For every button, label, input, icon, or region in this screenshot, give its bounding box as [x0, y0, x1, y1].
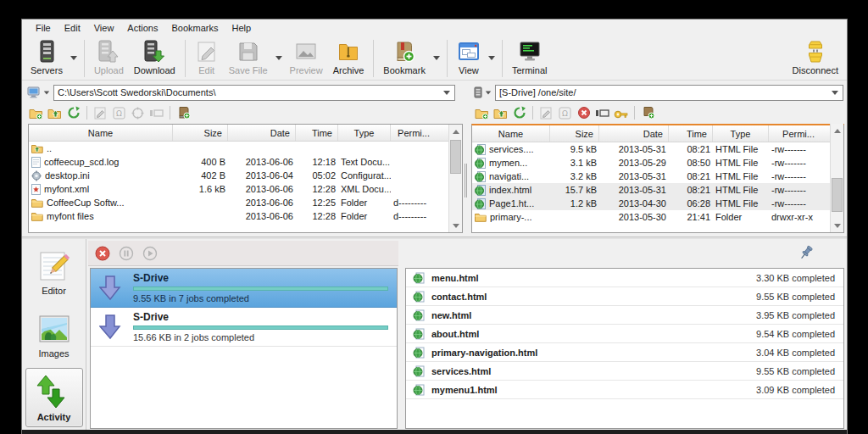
list-item[interactable]: contact.html 9.55 KB completed	[406, 287, 843, 306]
scroll-up-icon[interactable]	[449, 125, 463, 138]
disconnect-button[interactable]: Disconnect	[787, 38, 843, 76]
edit-file-button[interactable]	[93, 106, 108, 120]
list-item[interactable]: services.html 9.55 KB completed	[406, 362, 843, 381]
remote-drive-button[interactable]	[473, 86, 492, 98]
resume-transfer-button[interactable]	[142, 246, 158, 261]
local-list-scrollbar[interactable]	[448, 125, 462, 232]
remote-rename-box-button[interactable]	[595, 106, 609, 120]
remote-refresh-button[interactable]	[512, 106, 526, 120]
local-drive-button[interactable]	[27, 86, 50, 98]
remote-parent-folder-button[interactable]	[493, 106, 508, 120]
scrollbar-thumb[interactable]	[450, 140, 461, 174]
remote-path-combobox[interactable]: [S-Drive] /one/site/	[495, 85, 843, 101]
column-header-time[interactable]: Time	[669, 125, 713, 142]
column-header-perm[interactable]: Permi...	[391, 125, 437, 141]
menu-actions[interactable]: Actions	[120, 20, 164, 36]
download-button[interactable]: Download	[129, 38, 181, 76]
column-header-size[interactable]: Size	[550, 125, 599, 142]
table-row[interactable]: mymen... 3.1 kB 2013-05-29 08:50 HTML Fi…	[472, 156, 830, 170]
scroll-down-icon[interactable]	[449, 219, 463, 232]
sidebar-item-images[interactable]: Images	[25, 305, 83, 364]
list-item[interactable]: about.html 9.54 KB completed	[406, 325, 843, 343]
queue-job[interactable]: S-Drive 15.66 KB in 2 jobs completed	[91, 308, 397, 347]
table-row[interactable]: coffeecup_scd.log 400 B 2013-06-06 12:18…	[29, 155, 448, 169]
sidebar-item-activity[interactable]: Activity	[25, 368, 83, 427]
view-label: View	[459, 65, 479, 75]
scroll-down-icon[interactable]	[831, 219, 844, 232]
table-row[interactable]: index.html 15.7 kB 2013-05-31 08:21 HTML…	[472, 183, 830, 197]
scrollbar-thumb[interactable]	[832, 178, 843, 212]
rename-omega-button[interactable]: Ω	[112, 106, 126, 120]
remote-rename-omega-button[interactable]: Ω	[558, 106, 572, 120]
column-header-name[interactable]: Name	[29, 125, 173, 141]
column-header-name[interactable]: Name	[472, 125, 550, 142]
completed-file-name: mymenu1.html	[431, 385, 749, 395]
html-file-icon	[413, 309, 425, 321]
queue-job[interactable]: S-Drive 9.55 KB in 7 jobs completed	[91, 269, 397, 308]
table-row[interactable]: services.... 9.5 kB 2013-05-31 08:21 HTM…	[472, 142, 830, 156]
html-file-icon	[413, 365, 425, 377]
column-header-perm[interactable]: Permi...	[769, 125, 828, 142]
column-header-date[interactable]: Date	[599, 125, 669, 142]
preview-button[interactable]: Preview	[285, 38, 328, 76]
table-row[interactable]: Page1.ht... 1.2 kB 2013-04-30 06:28 HTML…	[472, 197, 830, 210]
bookmark-button[interactable]: Bookmark	[378, 38, 431, 76]
servers-dropdown[interactable]	[68, 38, 80, 77]
table-row[interactable]: primary-... 2013-05-30 21:41 Folder drwx…	[472, 210, 830, 224]
remote-path-row: [S-Drive] /one/site/	[473, 84, 843, 101]
column-header-type[interactable]: Type	[338, 125, 391, 141]
local-path-combobox[interactable]: C:\Users\Scott Swedorski\Documents\	[53, 85, 455, 101]
column-header-time[interactable]: Time	[296, 125, 338, 141]
list-item[interactable]: mymenu1.html 3.09 KB completed	[406, 381, 843, 399]
pin-icon[interactable]	[798, 245, 814, 260]
table-row[interactable]: navigati... 3.2 kB 2013-05-31 08:21 HTML…	[472, 170, 830, 183]
new-folder-button[interactable]	[29, 106, 43, 120]
table-row[interactable]: desktop.ini 402 B 2013-06-04 05:02 Confi…	[29, 169, 448, 182]
edit-button[interactable]: Edit	[190, 38, 224, 76]
save-file-dropdown[interactable]	[273, 38, 285, 77]
target-button[interactable]	[131, 106, 145, 120]
menu-file[interactable]: File	[29, 20, 58, 36]
view-dropdown[interactable]	[486, 38, 498, 77]
terminal-button[interactable]: Terminal	[507, 38, 553, 76]
list-item[interactable]: menu.html 3.30 KB completed	[406, 269, 843, 287]
list-item[interactable]: primary-navigation.html 3.04 KB complete…	[406, 343, 843, 362]
remote-new-folder-button[interactable]	[475, 106, 489, 120]
menu-help[interactable]: Help	[225, 20, 258, 36]
column-header-date[interactable]: Date	[228, 125, 296, 141]
snippet-button[interactable]	[176, 106, 191, 120]
menu-bookmarks[interactable]: Bookmarks	[164, 20, 225, 36]
list-item[interactable]: new.html 3.95 KB completed	[406, 306, 843, 325]
table-row[interactable]: CoffeeCup Softw... 2013-06-06 12:25 Fold…	[29, 196, 448, 209]
column-header-size[interactable]: Size	[173, 125, 228, 141]
remote-list-scrollbar[interactable]	[830, 124, 843, 232]
column-header-type[interactable]: Type	[713, 125, 769, 142]
table-row[interactable]: myfont files 2013-06-06 12:28 Folder d--…	[29, 209, 448, 223]
scroll-up-icon[interactable]	[831, 124, 844, 137]
upload-button[interactable]: Upload	[89, 38, 129, 76]
parent-folder-button[interactable]	[47, 106, 62, 120]
save-file-button[interactable]: Save File	[224, 38, 273, 76]
table-row[interactable]: myfont.xml 1.6 kB 2013-06-06 12:28 XML D…	[29, 182, 448, 196]
delete-button[interactable]	[576, 106, 591, 120]
rename-box-button[interactable]	[149, 106, 164, 120]
remote-edit-file-button[interactable]	[539, 106, 554, 120]
permissions-button[interactable]	[614, 106, 628, 120]
upload-label: Upload	[94, 65, 124, 75]
menu-view[interactable]: View	[87, 20, 121, 36]
refresh-button[interactable]	[66, 106, 81, 120]
menu-edit[interactable]: Edit	[58, 20, 87, 36]
pause-transfer-button[interactable]	[119, 246, 134, 261]
local-path-row: C:\Users\Scott Swedorski\Documents\	[27, 84, 455, 101]
sidebar-item-editor[interactable]: Editor	[25, 242, 83, 302]
archive-button[interactable]: Archive	[328, 38, 370, 76]
bookmark-dropdown[interactable]	[431, 38, 442, 77]
table-row[interactable]: ..	[29, 142, 448, 155]
toolbar-separator	[502, 40, 503, 77]
view-button[interactable]: View	[452, 38, 486, 76]
cancel-transfer-button[interactable]	[95, 246, 110, 261]
remote-snippet-button[interactable]	[641, 106, 655, 120]
panel-splitter[interactable]	[465, 164, 469, 198]
completed-file-name: primary-navigation.html	[431, 348, 749, 358]
servers-button[interactable]: Servers	[25, 38, 68, 76]
